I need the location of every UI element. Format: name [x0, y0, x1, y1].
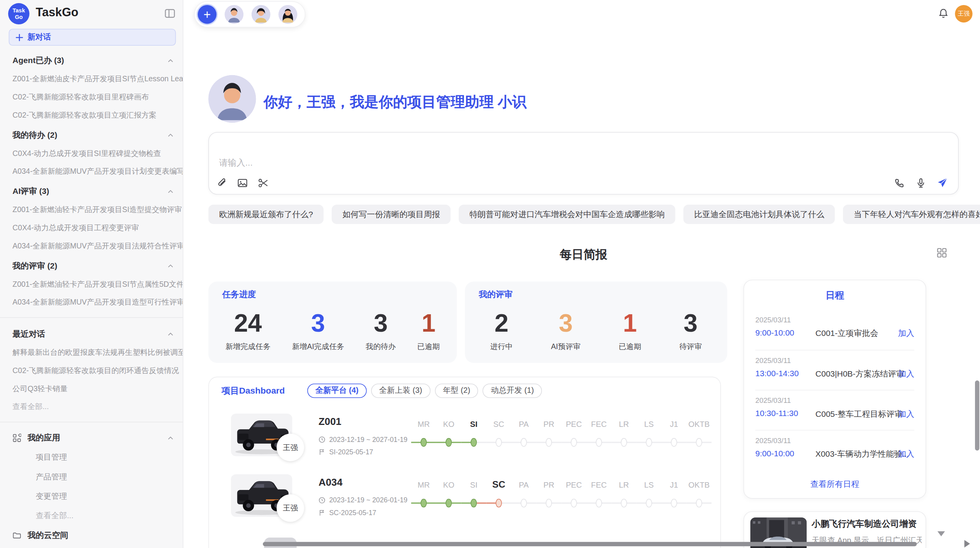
new-session-button[interactable]: +	[198, 5, 217, 24]
sidebar-item-my-apps[interactable]: 我的应用	[0, 428, 183, 448]
attachment-icon[interactable]	[216, 178, 227, 188]
tab-new-body[interactable]: 全新上装 (3)	[371, 384, 430, 398]
scissors-icon[interactable]	[258, 178, 268, 188]
project-dashboard-card: 项目Dashboard 全新平台 (4) 全新上装 (3) 年型 (2) 动总开…	[208, 377, 721, 548]
milestone-dot	[546, 499, 552, 508]
sidebar-item[interactable]: C02-飞腾新能源轻客改款项目立项汇报方案	[0, 106, 183, 125]
milestone-label: J1	[670, 420, 678, 429]
event-date: 2025/03/11	[756, 357, 915, 364]
sidebar-item-favorites[interactable]: 我的收藏	[0, 546, 183, 548]
milestone: MR	[411, 476, 436, 519]
section-header-my-review[interactable]: 我的评审 (2)	[0, 255, 183, 276]
layout-grid-icon[interactable]	[937, 248, 947, 258]
milestone-dot	[696, 499, 702, 508]
sidebar-item[interactable]: C02-飞腾新能源轻客改款项目里程碑画布	[0, 88, 183, 106]
sidebar-item-cloud-space[interactable]: 我的云空间	[0, 526, 183, 546]
stat-ai-prereview[interactable]: 3AI预评审	[551, 309, 581, 352]
project-dates-text: 2023-12-19 ~ 2026-01-19	[329, 496, 407, 503]
milestone-dot	[646, 499, 652, 508]
stat-pending-review[interactable]: 3待评审	[679, 309, 702, 352]
stat-new-done[interactable]: 24新增完成任务	[225, 309, 270, 352]
tab-year-model[interactable]: 年型 (2)	[435, 384, 478, 398]
milestone-label: KO	[443, 481, 454, 490]
sidebar-collapse-icon[interactable]	[164, 8, 175, 19]
milestone: PEC	[561, 415, 586, 459]
stat-my-todo[interactable]: 3我的待办	[366, 309, 396, 352]
user-avatar[interactable]: 王强	[955, 5, 972, 22]
recent-view-all[interactable]: 查看全部...	[0, 398, 183, 416]
send-icon[interactable]	[937, 177, 948, 188]
event-date: 2025/03/11	[756, 316, 915, 324]
scroll-down-arrow-icon[interactable]	[937, 531, 945, 536]
session-avatar-3[interactable]	[279, 5, 298, 24]
apps-grid-icon	[12, 433, 21, 442]
message-composer[interactable]: 请输入...	[208, 132, 959, 195]
phone-icon[interactable]	[894, 177, 905, 188]
horizontal-scrollbar[interactable]	[263, 542, 917, 546]
recent-item[interactable]: C02-飞腾新能源轻客改款项目的闭环通告反馈情况	[0, 362, 183, 380]
app-item-project-mgmt[interactable]: 项目管理	[0, 448, 183, 468]
milestone: SI	[461, 476, 487, 519]
stat-label: 待评审	[679, 341, 702, 352]
join-link[interactable]: 加入	[898, 449, 914, 460]
cloud-space-label: 我的云空间	[27, 530, 174, 541]
app-logo: Task Go	[8, 3, 29, 24]
section-header-ai-review[interactable]: AI评审 (3)	[0, 181, 183, 201]
sidebar-item[interactable]: Z001-全新燃油皮卡产品开发项目SI节点Lesson Learn报告	[0, 70, 183, 88]
join-link[interactable]: 加入	[898, 368, 914, 380]
schedule-event[interactable]: 2025/03/11 9:00-10:00 C001-立项审批会 加入	[756, 310, 915, 349]
divider	[0, 422, 183, 423]
microphone-icon[interactable]	[915, 177, 926, 188]
milestone-label: FEC	[591, 481, 607, 490]
tab-powertrain[interactable]: 动总开发 (1)	[483, 384, 542, 398]
suggestion-chip[interactable]: 欧洲新规最近颁布了什么?	[208, 205, 324, 224]
sidebar-item[interactable]: A034-全新新能源MUV产品开发项目造型可行性评审	[0, 293, 183, 312]
project-dates: 2023-12-19 ~ 2027-01-19	[319, 435, 408, 443]
vertical-scrollbar[interactable]	[975, 380, 979, 450]
milestone: PA	[511, 415, 536, 459]
suggestion-chip[interactable]: 特朗普可能对进口汽车增税会对中国车企造成哪些影响	[459, 205, 675, 224]
view-all-schedule-link[interactable]: 查看所有日程	[744, 479, 925, 490]
image-icon[interactable]	[237, 178, 248, 188]
suggestion-chip[interactable]: 比亚迪全固态电池计划具体说了什么	[684, 205, 835, 224]
stat-overdue[interactable]: 1已逾期	[618, 309, 641, 352]
stat-in-progress[interactable]: 2进行中	[490, 309, 513, 352]
sidebar-item[interactable]: A034-全新新能源MUV产品开发项目法规符合性评审	[0, 237, 183, 255]
milestone-dot	[571, 438, 577, 447]
schedule-event[interactable]: 2025/03/11 9:00-10:00 X003-车辆动力学性能验... 加…	[756, 430, 915, 471]
app-item-product-mgmt[interactable]: 产品管理	[0, 468, 183, 487]
apps-view-all[interactable]: 查看全部...	[0, 506, 183, 526]
section-header-my-todo[interactable]: 我的待办 (2)	[0, 125, 183, 145]
stat-ai-done[interactable]: 3新增AI完成任务	[292, 309, 344, 352]
sidebar-item[interactable]: A034-全新新能源MUV产品开发项目计划变更表编写	[0, 163, 183, 181]
tab-new-platform[interactable]: 全新平台 (4)	[307, 384, 367, 398]
new-chat-button[interactable]: 新对话	[9, 29, 176, 46]
sidebar-item[interactable]: C0X4-动力总成开发项目SI里程碑提交物检查	[0, 144, 183, 163]
clock-icon	[319, 436, 326, 443]
stat-overdue[interactable]: 1已逾期	[417, 309, 440, 352]
my-apps-label: 我的应用	[27, 432, 161, 444]
schedule-event[interactable]: 2025/03/11 10:30-11:30 C005-整车工程目标评审 加入	[756, 390, 915, 430]
scroll-right-arrow-icon[interactable]	[965, 540, 970, 547]
notification-bell-icon[interactable]	[938, 8, 949, 19]
session-avatar-1[interactable]	[224, 5, 243, 24]
recent-item[interactable]: 解释最新出台的欧盟报废车法规再生塑料比例被调至15%...	[0, 344, 183, 362]
project-flag-text: SI-2025-05-17	[329, 448, 373, 456]
recent-item[interactable]: 公司Q3轻卡销量	[0, 380, 183, 398]
app-item-change-mgmt[interactable]: 变更管理	[0, 487, 183, 506]
join-link[interactable]: 加入	[898, 328, 914, 339]
join-link[interactable]: 加入	[898, 409, 914, 420]
project-row-z001[interactable]: 王强 Z001 2023-12-19 ~ 2027-01-19 SI-2025-…	[209, 408, 720, 468]
sidebar-item[interactable]: Z001-全新燃油轻卡产品开发项目SI节点属性5D文件评审	[0, 275, 183, 293]
suggestion-chip[interactable]: 如何写一份清晰的项目周报	[332, 205, 451, 224]
schedule-event[interactable]: 2025/03/11 13:00-14:30 C003|H0B-方案冻结评审 加…	[756, 350, 915, 390]
sidebar-item[interactable]: Z001-全新燃油轻卡产品开发项目SI造型提交物评审	[0, 201, 183, 219]
project-flag-text: SC-2025-05-17	[329, 509, 376, 516]
session-avatar-2[interactable]	[252, 5, 271, 24]
sidebar-item[interactable]: C0X4-动力总成开发项目工程变更评审	[0, 219, 183, 237]
milestone-dot	[646, 438, 652, 447]
section-header-recent[interactable]: 最近对话	[0, 324, 183, 344]
suggestion-chip[interactable]: 当下年轻人对汽车外观有怎样的喜好趋势	[843, 205, 980, 224]
section-header-agent-done[interactable]: Agent已办 (3)	[0, 50, 183, 70]
project-row-a034[interactable]: 王强 A034 2023-12-19 ~ 2026-01-19 SC-2025-…	[209, 468, 720, 529]
